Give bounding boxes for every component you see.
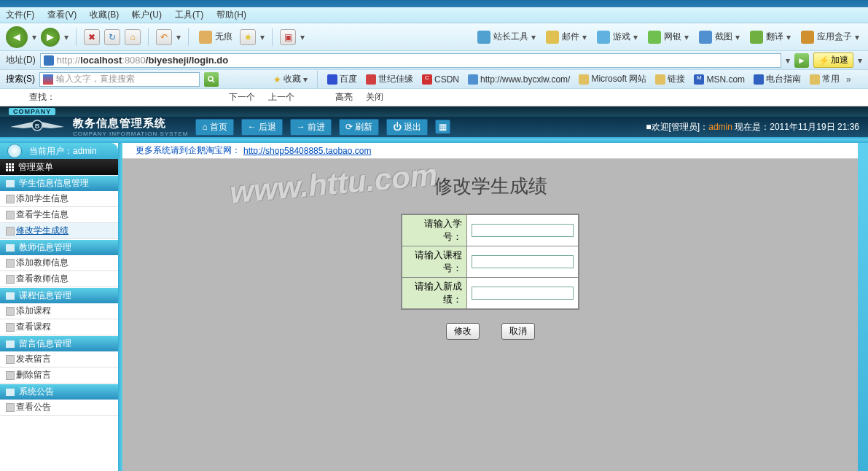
addr-dropdown[interactable]: ▾ bbox=[786, 55, 790, 66]
item-edit-grade[interactable]: 修改学生成绩 bbox=[0, 223, 118, 239]
cancel-button[interactable]: 取消 bbox=[501, 323, 535, 340]
favorites-button[interactable]: ★收藏▾ bbox=[271, 73, 310, 85]
google-icon bbox=[43, 74, 53, 85]
nav-forward[interactable]: →前进 bbox=[290, 119, 332, 136]
translate-tool[interactable]: 翻译▾ bbox=[747, 29, 794, 45]
popup-dropdown[interactable]: ▾ bbox=[300, 32, 305, 42]
bookmark-jiayuan[interactable]: 世纪佳缘 bbox=[364, 73, 415, 85]
cat-teacher[interactable]: 教师信息管理 bbox=[0, 239, 118, 255]
accel-dropdown[interactable]: ▾ bbox=[858, 55, 862, 66]
menu-fav[interactable]: 收藏(B) bbox=[90, 9, 119, 21]
appbox-tool[interactable]: 应用盒子▾ bbox=[798, 29, 862, 45]
item-view-course[interactable]: 查看课程 bbox=[0, 319, 118, 335]
bookmark-baidu[interactable]: 百度 bbox=[325, 73, 359, 85]
find-highlight[interactable]: 高亮 bbox=[335, 91, 353, 104]
find-close[interactable]: 关闭 bbox=[366, 91, 383, 104]
find-next[interactable]: 下一个 bbox=[229, 91, 255, 104]
item-post-msg[interactable]: 发表留言 bbox=[0, 351, 118, 367]
incognito-button[interactable]: 无痕 bbox=[196, 29, 235, 45]
nav-exit[interactable]: ⏻退出 bbox=[386, 119, 428, 136]
nav-extra[interactable]: ▦ bbox=[435, 120, 450, 134]
search-go[interactable] bbox=[204, 72, 219, 87]
cat-notice[interactable]: 系统公告 bbox=[0, 384, 118, 400]
svg-line-1 bbox=[212, 80, 214, 82]
paw-icon bbox=[199, 31, 212, 44]
cat-student[interactable]: 学生信息信息管理 bbox=[0, 175, 118, 191]
cat-course[interactable]: 课程信息管理 bbox=[0, 287, 118, 303]
input-new-grade[interactable] bbox=[472, 287, 574, 300]
refresh-button[interactable]: ↻ bbox=[104, 29, 120, 45]
item-add-student[interactable]: 添加学生信息 bbox=[0, 191, 118, 207]
mail-tool[interactable]: 邮件▾ bbox=[543, 29, 590, 45]
bank-tool[interactable]: 网银▾ bbox=[645, 29, 692, 45]
star-button[interactable]: ★ bbox=[240, 29, 256, 45]
nav-back[interactable]: ←后退 bbox=[241, 119, 283, 136]
menu-account[interactable]: 帐户(U) bbox=[132, 9, 162, 21]
globe-icon bbox=[477, 31, 490, 44]
notice-bar: 更多系统请到企鹅淘宝网： http://shop58408885.taobao.… bbox=[122, 143, 858, 159]
home-icon: ⌂ bbox=[202, 122, 207, 132]
nav-refresh[interactable]: ⟳刷新 bbox=[339, 119, 379, 136]
item-add-course[interactable]: 添加课程 bbox=[0, 303, 118, 319]
app-subtitle: COMPANY INFORMATION SYSTEM bbox=[73, 131, 188, 137]
bookmark-links[interactable]: 链接 bbox=[653, 73, 687, 85]
undo-button[interactable]: ↶ bbox=[156, 29, 172, 45]
list-icon bbox=[6, 389, 15, 396]
undo-dropdown[interactable]: ▾ bbox=[176, 32, 181, 42]
baidu-icon bbox=[327, 74, 337, 85]
notice-link[interactable]: http://shop58408885.taobao.com bbox=[243, 146, 371, 156]
stop-button[interactable]: ✖ bbox=[84, 29, 100, 45]
back-dropdown[interactable]: ▾ bbox=[32, 32, 36, 42]
bookmark-bycxlw[interactable]: http://www.bycxlw.com/ bbox=[466, 74, 572, 85]
nav-home[interactable]: ⌂首页 bbox=[195, 119, 233, 136]
go-button[interactable]: ► bbox=[794, 53, 809, 68]
list-icon bbox=[6, 244, 15, 252]
submit-button[interactable]: 修改 bbox=[446, 323, 480, 340]
popup-button[interactable]: ▣ bbox=[280, 29, 296, 45]
bookmarks-more[interactable]: » bbox=[846, 74, 851, 85]
bookmark-radio[interactable]: 电台指南 bbox=[751, 73, 803, 85]
search-input[interactable]: 输入文字，直接搜索 bbox=[39, 72, 200, 87]
bookmark-csdn[interactable]: CCSDN bbox=[420, 74, 461, 85]
star-dropdown[interactable]: ▾ bbox=[260, 32, 265, 42]
refresh-icon: ⟳ bbox=[345, 122, 353, 132]
star-icon: ★ bbox=[273, 74, 281, 85]
item-view-teacher[interactable]: 查看教师信息 bbox=[0, 271, 118, 287]
bookmark-msn[interactable]: MMSN.com bbox=[692, 74, 747, 85]
item-add-teacher[interactable]: 添加教师信息 bbox=[0, 255, 118, 271]
item-view-notice[interactable]: 查看公告 bbox=[0, 400, 118, 416]
menu-help[interactable]: 帮助(H) bbox=[216, 9, 246, 21]
webmaster-tool[interactable]: 站长工具▾ bbox=[474, 29, 539, 45]
input-student-id[interactable] bbox=[472, 224, 574, 237]
item-view-student[interactable]: 查看学生信息 bbox=[0, 207, 118, 223]
address-input[interactable]: http://localhost:8080/biyesheji/login.do bbox=[40, 53, 781, 68]
translate-icon bbox=[750, 31, 763, 44]
cat-message[interactable]: 留言信息管理 bbox=[0, 335, 118, 351]
forward-button[interactable]: ► bbox=[41, 28, 60, 47]
back-button[interactable]: ◄ bbox=[6, 26, 28, 48]
bookmark-common[interactable]: 常用 bbox=[808, 73, 842, 85]
bookmark-microsoft[interactable]: Microsoft 网站 bbox=[576, 73, 649, 85]
gamepad-icon bbox=[597, 31, 610, 44]
menu-file[interactable]: 文件(F) bbox=[6, 9, 34, 21]
game-tool[interactable]: 游戏▾ bbox=[594, 29, 641, 45]
arrow-left-icon: ← bbox=[248, 122, 257, 132]
screenshot-tool[interactable]: 截图▾ bbox=[696, 29, 743, 45]
accelerate-button[interactable]: ⚡加速 bbox=[813, 52, 853, 68]
find-prev[interactable]: 上一个 bbox=[268, 91, 294, 104]
svg-text:B: B bbox=[35, 122, 40, 130]
item-del-msg[interactable]: 删除留言 bbox=[0, 367, 118, 384]
search-label: 搜索(S) bbox=[6, 73, 35, 85]
menu-tools[interactable]: 工具(T) bbox=[175, 9, 203, 21]
page-icon bbox=[468, 74, 478, 85]
menu-view[interactable]: 查看(V) bbox=[47, 9, 77, 21]
folder-icon bbox=[810, 74, 820, 85]
home-button[interactable]: ⌂ bbox=[125, 29, 141, 45]
input-course-id[interactable] bbox=[472, 255, 574, 268]
sidebar: 当前用户：admin 管理菜单 学生信息信息管理 添加学生信息 查看学生信息 修… bbox=[0, 143, 118, 471]
search-bar: 搜索(S) 输入文字，直接搜索 ★收藏▾ 百度 世纪佳缘 CCSDN http:… bbox=[0, 70, 868, 89]
label-new-grade: 请输入新成绩： bbox=[402, 278, 467, 310]
find-bar: 查找： 下一个 上一个 高亮 关闭 bbox=[0, 89, 868, 106]
mail-icon bbox=[546, 31, 559, 44]
fwd-dropdown[interactable]: ▾ bbox=[64, 32, 69, 42]
